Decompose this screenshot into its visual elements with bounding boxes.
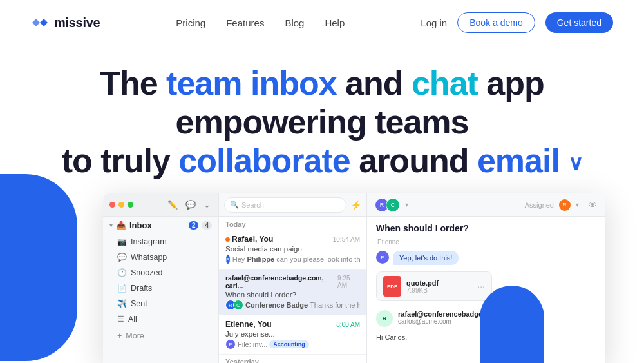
window-dot-red	[109, 202, 115, 208]
snoozed-label: Snoozed	[131, 268, 162, 277]
more-plus-icon: +	[117, 331, 122, 340]
conv-avatar-2: C	[386, 198, 400, 212]
sidebar-titlebar: ✏️ 💬 ⌄	[103, 193, 218, 217]
speech-button[interactable]: 💬	[184, 200, 197, 210]
search-placeholder: Search	[242, 201, 264, 209]
inbox-folder-icon: 📥	[116, 221, 126, 230]
email-dropdown-icon[interactable]: ∨	[568, 151, 582, 174]
message-list: 🔍 Search ⚡ Today Rafael, You 10:54 AM So…	[219, 193, 367, 363]
hero-line2: to truly collaborate around email ∨	[31, 142, 613, 181]
message-subject-3: July expense...	[225, 330, 360, 338]
accounting-badge-3: Accounting	[269, 340, 309, 348]
book-demo-button[interactable]: Book a demo	[457, 12, 535, 33]
conversation-header: R C ▾ Assigned R ▾ 👁	[367, 193, 605, 217]
window-dot-yellow	[118, 202, 124, 208]
file-name: quote.pdf	[406, 279, 472, 287]
decorative-shape-bottom	[480, 286, 544, 363]
login-button[interactable]: Log in	[421, 17, 447, 28]
sidebar-item-snoozed[interactable]: 🕐 Snoozed	[103, 265, 218, 280]
instagram-label: Instagram	[131, 237, 167, 246]
inbox-label: Inbox	[129, 221, 185, 230]
inbox-badge-gray: 4	[202, 221, 212, 230]
expand-button[interactable]: ⌄	[202, 200, 212, 210]
assigned-label: Assigned	[525, 201, 554, 209]
sidebar-more-button[interactable]: + More	[103, 328, 218, 344]
message-sender-1: Rafael, You	[225, 235, 273, 244]
inbox-row[interactable]: ▾ 📥 Inbox 2 4	[103, 217, 218, 233]
whatsapp-icon: 💬	[117, 253, 127, 262]
assigned-arrow-icon[interactable]: ▾	[576, 201, 579, 208]
app-sidebar: ✏️ 💬 ⌄ ▾ 📥 Inbox 2 4 📷 Instagram 💬 Whats…	[103, 193, 219, 363]
compose-button[interactable]: ✏️	[166, 200, 179, 210]
conversation-title: When should I order?	[376, 223, 596, 233]
nav-links: Pricing Features Blog Help	[176, 17, 345, 28]
snoozed-icon: 🕐	[117, 268, 127, 277]
message-sender-2: rafael@conferencebadge.com, carl...	[225, 274, 337, 289]
file-info: quote.pdf 7.99KB	[406, 279, 472, 294]
message-item-2[interactable]: rafael@conferencebadge.com, carl... 9:25…	[219, 270, 366, 315]
filter-icon[interactable]: ⚡	[350, 200, 361, 210]
file-menu-icon[interactable]: ···	[477, 281, 485, 291]
whatsapp-label: Whatsapp	[131, 253, 167, 262]
all-icon: ☰	[117, 315, 124, 324]
avatar-c: C	[233, 300, 243, 310]
logo: missive	[31, 15, 100, 30]
message-time-1: 10:54 AM	[333, 236, 360, 243]
hero-chat: chat	[412, 64, 478, 102]
email-avatar: R	[376, 310, 393, 327]
logo-text: missive	[54, 15, 100, 30]
sidebar-item-sent[interactable]: ✈️ Sent	[103, 296, 218, 311]
sent-icon: ✈️	[117, 299, 127, 308]
sidebar-item-drafts[interactable]: 📄 Drafts	[103, 280, 218, 296]
nav-help[interactable]: Help	[325, 17, 345, 28]
preview-avatar-1: R	[225, 254, 231, 264]
sidebar-item-whatsapp[interactable]: 💬 Whatsapp	[103, 250, 218, 265]
message-list-header: 🔍 Search ⚡	[219, 193, 366, 217]
message-preview-1: R Hey Philippe can you please look into …	[225, 254, 360, 264]
nav-features[interactable]: Features	[226, 17, 264, 28]
message-subject-1: Social media campaign	[225, 245, 360, 253]
assigned-avatar: R	[559, 199, 571, 211]
file-size: 7.99KB	[406, 287, 472, 294]
eye-icon[interactable]: 👁	[588, 199, 598, 210]
chat-bubble-avatar: E	[376, 251, 389, 264]
today-label: Today	[219, 217, 366, 230]
message-header-3: Etienne, You 8:00 AM	[225, 320, 360, 329]
inbox-expand-icon: ▾	[109, 222, 113, 229]
nav-actions: Log in Book a demo Get started	[421, 12, 613, 33]
sidebar-item-instagram[interactable]: 📷 Instagram	[103, 234, 218, 250]
chat-bubble: Yep, let's do this!	[393, 251, 459, 265]
sender-dot-1	[225, 237, 230, 242]
nav-pricing[interactable]: Pricing	[176, 17, 205, 28]
file-attachment: PDF quote.pdf 7.99KB ···	[376, 271, 492, 301]
sidebar-toolbar: ✏️ 💬 ⌄	[166, 200, 212, 210]
navbar: missive Pricing Features Blog Help Log i…	[0, 0, 644, 45]
inbox-badge-blue: 2	[189, 221, 199, 230]
message-sender-3: Etienne, You	[225, 320, 272, 329]
window-dot-green	[128, 202, 133, 208]
more-label: More	[126, 331, 144, 340]
message-item-1[interactable]: Rafael, You 10:54 AM Social media campai…	[219, 230, 366, 270]
hero-collaborate: collaborate	[178, 142, 350, 179]
hero-line1: The team inbox and chat app empowering t…	[31, 64, 613, 142]
logo-icon	[31, 17, 49, 28]
decorative-blob	[0, 174, 77, 361]
nav-blog[interactable]: Blog	[285, 17, 304, 28]
message-preview-2: R C Conference Badge Thanks for the help…	[225, 300, 360, 310]
sidebar-item-all[interactable]: ☰ All	[103, 311, 218, 327]
sidebar-item-list: 📷 Instagram 💬 Whatsapp 🕐 Snoozed 📄 Draft…	[103, 233, 218, 328]
pdf-icon: PDF	[383, 276, 401, 297]
conv-dropdown-icon[interactable]: ▾	[405, 201, 408, 208]
hero-email: email	[477, 142, 560, 179]
get-started-button[interactable]: Get started	[545, 12, 613, 33]
drafts-icon: 📄	[117, 284, 127, 293]
instagram-icon: 📷	[117, 237, 127, 246]
message-header-1: Rafael, You 10:54 AM	[225, 235, 360, 244]
all-label: All	[128, 315, 137, 324]
message-item-3[interactable]: Etienne, You 8:00 AM July expense... E F…	[219, 315, 366, 355]
search-box[interactable]: 🔍 Search	[224, 197, 346, 213]
message-subject-2: When should I order?	[225, 291, 360, 299]
message-preview-3: E File: inv... Accounting	[225, 339, 360, 349]
chat-sender-name: Etienne	[377, 239, 596, 246]
search-icon: 🔍	[230, 201, 239, 209]
